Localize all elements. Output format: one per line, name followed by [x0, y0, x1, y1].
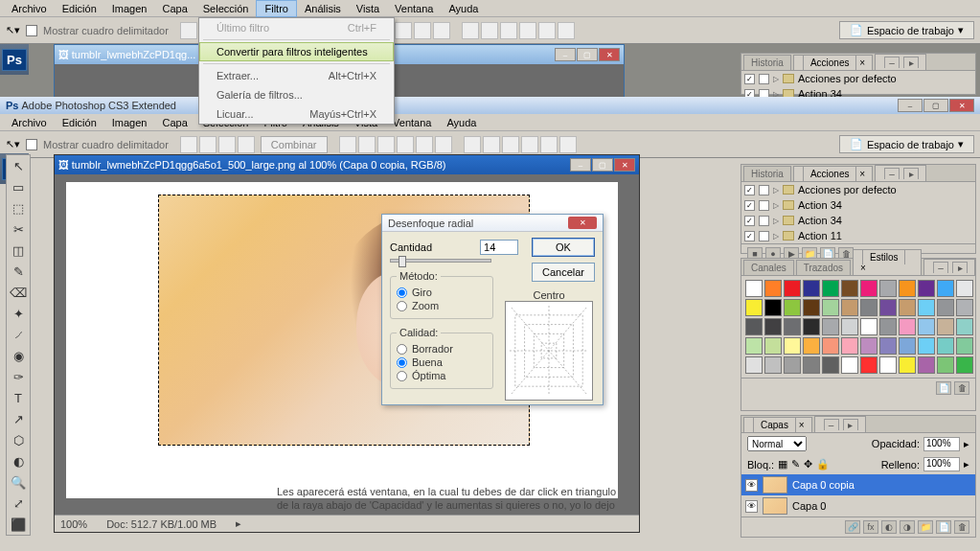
opt-btn[interactable]	[180, 22, 197, 39]
good-radio[interactable]	[397, 357, 407, 368]
tab-acciones[interactable]: Acciones ×	[793, 166, 873, 181]
tab-capas[interactable]: Capas ×	[743, 417, 812, 432]
tab-acciones[interactable]: Acciones ×	[793, 55, 873, 70]
tool-7[interactable]: ✦	[7, 303, 30, 324]
menu-ayuda[interactable]: Ayuda	[439, 115, 484, 130]
style-swatch[interactable]	[860, 356, 877, 374]
close-btn[interactable]: ✕	[614, 158, 635, 172]
align-btn[interactable]	[339, 136, 356, 153]
tool-1[interactable]: ▭	[7, 176, 30, 197]
tool-15[interactable]: 🔍	[7, 471, 30, 493]
new-style-icon[interactable]: 📄	[936, 381, 951, 395]
action-check[interactable]: ✓	[744, 74, 755, 84]
align-btn[interactable]	[377, 136, 395, 153]
action-check[interactable]: ✓	[744, 200, 755, 211]
menu-convert-smart[interactable]: Convertir para filtros inteligentes	[199, 42, 394, 61]
style-swatch[interactable]	[918, 318, 935, 335]
align-btn[interactable]	[395, 22, 412, 39]
quality-best[interactable]: Óptima	[397, 369, 487, 382]
menu-filtro[interactable]: Filtro	[256, 0, 296, 17]
dist-btn[interactable]	[502, 136, 519, 153]
style-swatch[interactable]	[803, 356, 820, 374]
opt-btn[interactable]	[199, 136, 217, 153]
style-swatch[interactable]	[803, 318, 820, 335]
tool-2[interactable]: ⬚	[7, 197, 30, 218]
style-swatch[interactable]	[822, 299, 839, 316]
bbox-checkbox[interactable]	[26, 25, 37, 36]
style-swatch[interactable]	[937, 299, 954, 316]
menu-imagen[interactable]: Imagen	[104, 115, 155, 130]
tool-10[interactable]: ✑	[7, 366, 30, 387]
panel-min-icon[interactable]: –	[884, 57, 900, 68]
opacity-input[interactable]: 100%	[923, 437, 960, 451]
panel-menu-icon[interactable]: ▸	[903, 57, 919, 68]
style-swatch[interactable]	[745, 299, 763, 316]
menu-analisis[interactable]: Análisis	[297, 1, 349, 16]
spin-radio[interactable]	[397, 287, 407, 298]
style-swatch[interactable]	[784, 337, 801, 355]
menu-vista[interactable]: Vista	[349, 1, 387, 16]
tab-trazados[interactable]: Trazados	[796, 260, 851, 275]
style-swatch[interactable]	[899, 299, 916, 316]
tool-6[interactable]: ⌫	[7, 282, 30, 303]
menu-capa[interactable]: Capa	[154, 1, 194, 16]
align-btn[interactable]	[358, 136, 376, 153]
fill-input[interactable]: 100%	[923, 457, 960, 471]
trash-icon[interactable]: 🗑	[954, 381, 969, 395]
zoom-radio[interactable]	[397, 301, 407, 311]
mask-icon[interactable]: ◐	[881, 520, 897, 534]
dist-btn[interactable]	[558, 22, 575, 39]
layer-row[interactable]: 👁Capa 0 copia	[741, 474, 975, 495]
align-btn[interactable]	[416, 136, 433, 153]
style-swatch[interactable]	[879, 356, 897, 374]
combine-button[interactable]: Combinar	[261, 136, 328, 153]
best-radio[interactable]	[397, 371, 407, 381]
style-swatch[interactable]	[745, 337, 763, 355]
tool-11[interactable]: T	[7, 387, 30, 408]
action-row[interactable]: ✓▷Action 11	[741, 228, 975, 243]
action-row[interactable]: ✓▷Acciones por defecto	[741, 71, 975, 86]
fx-icon[interactable]: fx	[863, 520, 878, 534]
ok-button[interactable]: OK	[532, 238, 595, 257]
style-swatch[interactable]	[764, 299, 782, 316]
lock-pixels-icon[interactable]: ✎	[791, 458, 800, 471]
action-row[interactable]: ✓▷Action 34	[741, 197, 975, 213]
style-swatch[interactable]	[956, 299, 973, 316]
dist-btn[interactable]	[559, 136, 577, 153]
align-btn[interactable]	[435, 136, 452, 153]
menu-archivo[interactable]: Archivo	[4, 1, 55, 16]
layer-row[interactable]: 👁Capa 0	[741, 495, 975, 517]
workspace-dropdown[interactable]: 📄 Espacio de trabajo ▾	[839, 21, 974, 39]
style-swatch[interactable]	[918, 337, 935, 355]
slider-thumb[interactable]	[399, 256, 406, 267]
style-swatch[interactable]	[841, 280, 858, 297]
tool-4[interactable]: ◫	[7, 240, 30, 261]
tool-12[interactable]: ↗	[7, 408, 30, 429]
lock-pos-icon[interactable]: ✥	[804, 458, 812, 471]
style-swatch[interactable]	[937, 356, 954, 374]
link-icon[interactable]: 🔗	[845, 520, 860, 534]
tab-historia[interactable]: Historia	[743, 166, 791, 181]
align-btn[interactable]	[414, 22, 431, 39]
menu-gallery[interactable]: Galería de filtros...	[199, 85, 394, 104]
menu-edicion[interactable]: Edición	[55, 1, 104, 16]
style-swatch[interactable]	[841, 318, 858, 335]
bbox-checkbox[interactable]	[26, 139, 37, 150]
style-swatch[interactable]	[879, 280, 897, 297]
action-check[interactable]: ✓	[744, 231, 755, 241]
style-swatch[interactable]	[918, 280, 935, 297]
style-swatch[interactable]	[784, 280, 801, 297]
close-btn[interactable]: ✕	[949, 99, 974, 112]
amount-input[interactable]	[480, 240, 518, 255]
workspace-dropdown[interactable]: 📄 Espacio de trabajo ▾	[839, 135, 974, 153]
tool-0[interactable]: ↖	[7, 155, 30, 176]
style-swatch[interactable]	[899, 356, 916, 374]
style-swatch[interactable]	[764, 318, 782, 335]
style-swatch[interactable]	[860, 280, 877, 297]
lock-trans-icon[interactable]: ▦	[778, 458, 787, 471]
style-swatch[interactable]	[879, 337, 897, 355]
style-swatch[interactable]	[956, 318, 973, 335]
action-check[interactable]: ✓	[744, 185, 755, 195]
style-swatch[interactable]	[899, 280, 916, 297]
menu-extract[interactable]: Extraer...Alt+Ctrl+X	[199, 66, 394, 85]
